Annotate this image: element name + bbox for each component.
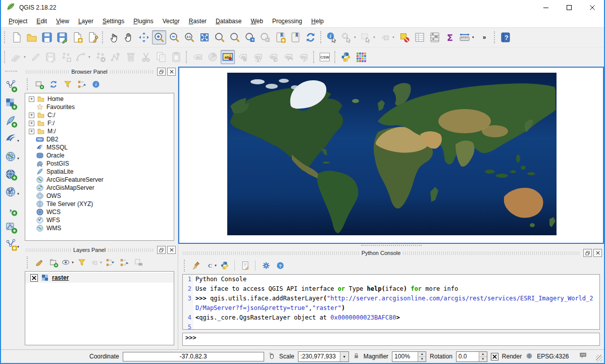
tree-expander[interactable]: + bbox=[29, 113, 34, 118]
menu-project[interactable]: Project bbox=[4, 16, 32, 26]
python-console-header[interactable]: Python Console bbox=[178, 248, 604, 258]
add-spatialite-layer-button[interactable] bbox=[3, 113, 19, 129]
zoom-next-button[interactable] bbox=[258, 30, 272, 44]
tree-expander[interactable]: + bbox=[29, 129, 34, 134]
add-group-button[interactable] bbox=[47, 256, 60, 269]
add-wcs-layer-button[interactable] bbox=[3, 166, 19, 182]
resize-grip[interactable] bbox=[596, 355, 602, 361]
open-layer-styling-button[interactable] bbox=[33, 256, 46, 269]
scale-dropdown-icon[interactable]: ▼ bbox=[340, 352, 348, 361]
layer-labeling-button[interactable]: ab bbox=[221, 50, 235, 64]
layers-close-button[interactable] bbox=[167, 246, 176, 254]
browser-item-arcgisfeatureserver[interactable]: ArcGisFeatureServer bbox=[25, 176, 174, 184]
save-project-button[interactable] bbox=[40, 30, 54, 44]
browser-item-db2[interactable]: DB2DB2 bbox=[25, 135, 174, 143]
new-project-button[interactable] bbox=[10, 30, 24, 44]
dropdown-arrow-icon[interactable]: ▼ bbox=[354, 36, 357, 39]
console-output[interactable]: 1Python Console2Use iface to access QGIS… bbox=[182, 274, 600, 330]
metasearch-csw-button[interactable]: CSW bbox=[318, 50, 332, 64]
rotate-label-button[interactable]: abc bbox=[281, 50, 295, 64]
zoom-in-button[interactable] bbox=[152, 30, 166, 44]
minimize-button[interactable] bbox=[534, 0, 558, 15]
lock-scale-icon[interactable] bbox=[352, 352, 360, 361]
magnifier-spinner[interactable]: 100% ▲▼ bbox=[392, 351, 426, 362]
run-feature-action-button[interactable]: ▼ bbox=[340, 30, 358, 44]
layer-visibility-checkbox[interactable] bbox=[30, 274, 38, 282]
dropdown-arrow-icon[interactable]: ▼ bbox=[71, 261, 74, 264]
paste-features-button[interactable] bbox=[169, 50, 183, 64]
show-bookmarks-button[interactable] bbox=[288, 30, 302, 44]
dropdown-arrow-icon[interactable]: ▼ bbox=[17, 192, 20, 195]
browser-item-tile-server-xyz[interactable]: Tile Server (XYZ) bbox=[25, 200, 174, 208]
copy-features-button[interactable] bbox=[154, 50, 168, 64]
tree-expander[interactable]: + bbox=[29, 121, 34, 126]
render-checkbox[interactable] bbox=[491, 353, 498, 360]
refresh-browser-button[interactable] bbox=[47, 78, 60, 91]
pan-map-button[interactable] bbox=[122, 30, 136, 44]
label-options-button[interactable]: abc bbox=[190, 50, 205, 64]
close-button[interactable] bbox=[581, 0, 604, 15]
open-project-button[interactable] bbox=[25, 30, 39, 44]
menu-web[interactable]: Web bbox=[246, 16, 267, 26]
dropdown-arrow-icon[interactable]: ▼ bbox=[99, 261, 103, 264]
console-help-button[interactable]: ? bbox=[274, 259, 287, 272]
add-circular-string-button[interactable]: ▼ bbox=[74, 50, 92, 64]
show-editor-button[interactable] bbox=[239, 259, 252, 272]
layer-item-raster[interactable]: raster bbox=[25, 273, 174, 283]
browser-item-wfs[interactable]: WFS bbox=[25, 216, 174, 224]
pan-to-selection-button[interactable] bbox=[137, 30, 151, 44]
rotation-down-icon[interactable]: ▼ bbox=[479, 357, 487, 361]
collapse-all-button[interactable] bbox=[75, 78, 88, 91]
console-close-button[interactable] bbox=[593, 249, 602, 257]
delete-selected-button[interactable] bbox=[124, 50, 138, 64]
browser-item-mssql[interactable]: MSSQL bbox=[25, 143, 174, 151]
dropdown-arrow-icon[interactable]: ▼ bbox=[17, 139, 20, 142]
remove-layer-button[interactable] bbox=[132, 256, 145, 269]
magnifier-down-icon[interactable]: ▼ bbox=[418, 357, 426, 361]
new-virtual-layer-button[interactable]: ▼ bbox=[3, 237, 19, 253]
dropdown-arrow-icon[interactable]: ▼ bbox=[88, 56, 91, 59]
field-calculator-button[interactable] bbox=[428, 30, 442, 44]
show-hide-labels-button[interactable]: abc bbox=[251, 50, 265, 64]
pin-labels-button[interactable]: ab bbox=[236, 50, 250, 64]
manage-visibility-button[interactable]: ▼ bbox=[61, 256, 74, 269]
add-wfs-layer-button[interactable]: ▼ bbox=[3, 184, 19, 200]
dropdown-arrow-icon[interactable]: ▼ bbox=[392, 36, 395, 39]
mouse-position-icon[interactable] bbox=[268, 352, 276, 361]
collapse-layers-button[interactable] bbox=[118, 256, 131, 269]
browser-float-button[interactable] bbox=[157, 68, 166, 76]
menu-vector[interactable]: Vector bbox=[158, 16, 184, 26]
console-options-button[interactable] bbox=[260, 259, 273, 272]
console-float-button[interactable] bbox=[583, 249, 592, 257]
add-mssql-layer-button[interactable]: ▼ bbox=[3, 131, 19, 147]
browser-properties-button[interactable]: i bbox=[89, 78, 103, 91]
deselect-all-button[interactable] bbox=[397, 30, 412, 44]
new-shapefile-layer-button[interactable] bbox=[3, 219, 19, 235]
composer-manager-button[interactable] bbox=[85, 30, 99, 44]
browser-item-m[interactable]: +M:/ bbox=[25, 127, 174, 135]
browser-item-wms[interactable]: WMS bbox=[25, 224, 174, 232]
zoom-to-layer-button[interactable] bbox=[213, 30, 227, 44]
add-wms-layer-button[interactable]: ▼ bbox=[3, 148, 19, 165]
clear-console-button[interactable] bbox=[190, 259, 203, 272]
dropdown-arrow-icon[interactable]: ▼ bbox=[17, 157, 20, 160]
zoom-to-selection-button[interactable] bbox=[228, 30, 242, 44]
browser-item-arcgismapserver[interactable]: ArcGisMapServer bbox=[25, 184, 174, 192]
plugin-grid-button[interactable] bbox=[354, 50, 368, 64]
coordinate-input[interactable] bbox=[123, 352, 264, 361]
menu-edit[interactable]: Edit bbox=[32, 16, 52, 26]
python-console-button[interactable] bbox=[339, 50, 353, 64]
filter-legend-button[interactable] bbox=[75, 256, 88, 269]
touch-zoom-button[interactable] bbox=[107, 30, 121, 44]
menu-database[interactable]: Database bbox=[211, 16, 246, 26]
run-command-button[interactable] bbox=[218, 259, 231, 272]
add-feature-button[interactable] bbox=[59, 50, 73, 64]
menu-settings[interactable]: Settings bbox=[98, 16, 129, 26]
dropdown-arrow-icon[interactable]: ▼ bbox=[214, 264, 217, 267]
menu-layer[interactable]: Layer bbox=[74, 16, 98, 26]
select-by-expression-button[interactable]: ε▼ bbox=[378, 30, 396, 44]
menu-view[interactable]: View bbox=[52, 16, 74, 26]
add-delimited-text-layer-button[interactable]: , bbox=[3, 201, 19, 218]
toggle-editing-button[interactable] bbox=[29, 50, 43, 64]
tree-expander[interactable]: + bbox=[29, 96, 34, 102]
